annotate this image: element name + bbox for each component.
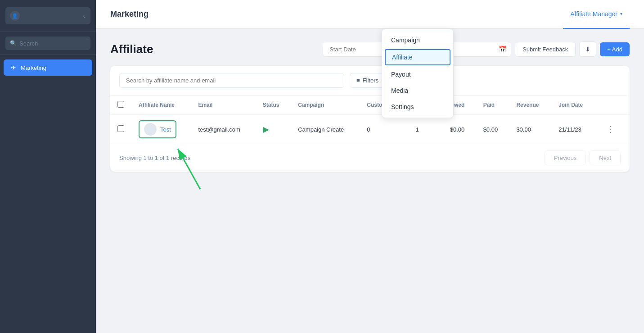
tab-affiliate-manager[interactable]: Affiliate Manager ▾ [563, 0, 630, 29]
row-more-options-button[interactable]: ⋮ [603, 123, 618, 136]
customers-cell: 0 [360, 115, 408, 144]
page-content: Affiliate 📅 Submit Feedback ⬇ + Add ≡ Fi… [96, 29, 644, 333]
showing-records-text: Showing 1 to 1 of 1 records [119, 155, 190, 161]
chevron-down-icon: ⌄ [82, 14, 86, 18]
dropdown-item-media[interactable]: Media [382, 82, 453, 99]
leads-cell: 1 [408, 115, 442, 144]
table-header-row: Affiliate Name Email Status Campaign Cus… [110, 96, 630, 115]
marketing-icon: ✈ [11, 64, 16, 71]
pagination-controls: Previous Next [545, 151, 621, 165]
col-affiliate-name: Affiliate Name [131, 96, 191, 115]
dropdown-item-payout[interactable]: Payout [382, 66, 453, 82]
join-date-cell: 21/11/23 [551, 115, 595, 144]
download-button[interactable]: ⬇ [579, 41, 596, 57]
table-row: Test test@gmail.com ▶ Campaign Create [110, 115, 630, 144]
revenue-value: $0.00 [516, 126, 531, 133]
add-button[interactable]: + Add [600, 42, 630, 56]
top-header: Marketing Affiliate Manager ▾ [96, 0, 644, 29]
owed-cell: $0.00 [443, 115, 476, 144]
sidebar-top: 👤 ⌄ [0, 0, 96, 32]
user-selector[interactable]: 👤 ⌄ [5, 7, 90, 24]
email-value: test@gmail.com [198, 126, 240, 133]
filters-button[interactable]: ≡ Filters [350, 73, 385, 88]
table-footer: Showing 1 to 1 of 1 records Previous Nex… [110, 144, 630, 172]
status-active-icon: ▶ [263, 125, 269, 134]
submit-feedback-button[interactable]: Submit Feedback [515, 42, 576, 57]
top-nav: Affiliate Manager ▾ [563, 0, 630, 29]
row-checkbox[interactable] [117, 125, 124, 132]
table-toolbar: ≡ Filters [110, 66, 630, 96]
select-all-checkbox[interactable] [117, 101, 124, 108]
dropdown-item-campaign[interactable]: Campaign [382, 32, 453, 48]
user-avatar-icon: 👤 [10, 11, 20, 21]
dropdown-item-affiliate[interactable]: Affiliate [385, 49, 450, 65]
affiliates-table: Affiliate Name Email Status Campaign Cus… [110, 96, 630, 144]
leads-value: 1 [415, 126, 419, 133]
dropdown-menu: Campaign Affiliate Payout Media Settings [382, 29, 454, 118]
revenue-cell: $0.00 [509, 115, 551, 144]
col-email: Email [191, 96, 255, 115]
tab-affiliate-manager-label: Affiliate Manager [570, 10, 617, 18]
filter-icon: ≡ [356, 77, 360, 84]
next-button[interactable]: Next [590, 151, 621, 165]
page-section-title: Marketing [110, 9, 149, 19]
actions-cell: ⋮ [595, 115, 630, 144]
page-title: Affiliate [110, 42, 153, 56]
affiliate-search-input[interactable] [119, 73, 344, 88]
dropdown-item-settings[interactable]: Settings [382, 99, 453, 115]
page-header: Affiliate 📅 Submit Feedback ⬇ + Add [110, 41, 630, 57]
campaign-value: Campaign Create [298, 126, 344, 133]
affiliates-table-card: ≡ Filters Affiliate Name Email Status Ca… [110, 66, 630, 172]
date-range-filter: 📅 Submit Feedback ⬇ + Add [323, 41, 630, 57]
affiliate-name-link[interactable]: Test [160, 126, 171, 133]
col-status: Status [256, 96, 291, 115]
calendar-icon: 📅 [499, 46, 506, 53]
row-checkbox-cell [110, 115, 131, 144]
email-cell: test@gmail.com [191, 115, 255, 144]
paid-value: $0.00 [483, 126, 498, 133]
affiliate-name-highlight: Test [139, 120, 176, 138]
status-cell: ▶ [256, 115, 291, 144]
col-revenue: Revenue [509, 96, 551, 115]
affiliate-name-cell: Test [131, 115, 191, 144]
sidebar-search-area: 🔍 ⌘K ⚡ [0, 32, 96, 55]
sidebar-item-label: Marketing [21, 64, 46, 71]
owed-value: $0.00 [450, 126, 465, 133]
filters-label: Filters [363, 77, 378, 84]
paid-cell: $0.00 [476, 115, 509, 144]
col-actions [595, 96, 630, 115]
sidebar: 👤 ⌄ 🔍 ⌘K ⚡ ✈ Marketing [0, 0, 96, 333]
main-area: Marketing Affiliate Manager ▾ Campaign A… [96, 0, 644, 333]
sidebar-item-marketing[interactable]: ✈ Marketing [4, 59, 92, 76]
previous-button[interactable]: Previous [545, 151, 586, 165]
search-box: 🔍 ⌘K ⚡ [5, 36, 90, 50]
campaign-cell: Campaign Create [291, 115, 360, 144]
customers-value: 0 [367, 126, 370, 133]
col-campaign: Campaign [291, 96, 360, 115]
col-checkbox [110, 96, 131, 115]
join-date-value: 21/11/23 [558, 126, 581, 133]
chevron-down-icon: ▾ [620, 11, 622, 16]
col-join-date: Join Date [551, 96, 595, 115]
search-icon: 🔍 [10, 40, 17, 46]
col-paid: Paid [476, 96, 509, 115]
sidebar-nav: ✈ Marketing [0, 55, 96, 333]
search-input[interactable] [19, 40, 95, 47]
affiliate-avatar [144, 123, 157, 136]
